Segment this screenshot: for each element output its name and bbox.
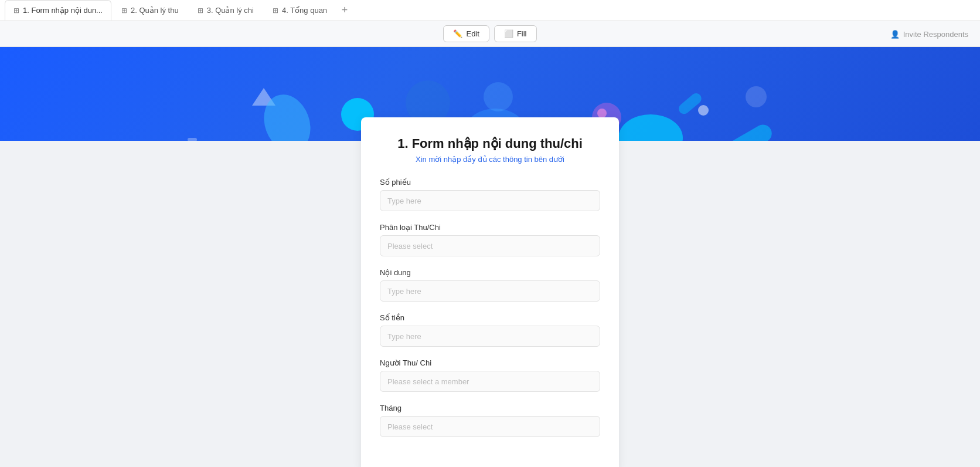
- input-so-tien[interactable]: [380, 326, 600, 347]
- toolbar: ✏️ Edit ⬜ Fill 👤 Invite Respondents: [0, 21, 980, 47]
- label-so-phieu: Số phiếu: [380, 178, 600, 187]
- field-so-tien: Số tiền: [380, 313, 600, 347]
- svg-point-8: [698, 105, 709, 116]
- svg-point-6: [618, 114, 683, 141]
- form-title: 1. Form nhập nội dung thu/chi: [380, 136, 600, 151]
- field-so-phieu: Số phiếu: [380, 178, 600, 211]
- tab-4-icon: ⊞: [273, 6, 278, 15]
- edit-button[interactable]: ✏️ Edit: [443, 25, 489, 42]
- tab-1[interactable]: ⊞ 1. Form nhập nội dun...: [5, 0, 111, 21]
- label-thang: Tháng: [380, 404, 600, 412]
- svg-point-26: [484, 82, 513, 111]
- page-content: 1. Form nhập nội dung thu/chi Xin mời nh…: [0, 141, 980, 467]
- field-thang: Tháng Please select: [380, 404, 600, 437]
- tab-1-icon: ⊞: [13, 6, 19, 15]
- field-nguoi-thu-chi: Người Thu/ Chi Please select a member: [380, 358, 600, 392]
- input-so-phieu[interactable]: [380, 190, 600, 211]
- fill-label: Fill: [517, 29, 527, 38]
- tab-2-label: 2. Quản lý thu: [131, 6, 179, 15]
- edit-label: Edit: [466, 29, 479, 38]
- label-so-tien: Số tiền: [380, 313, 600, 322]
- invite-label: Invite Respondents: [903, 29, 968, 38]
- label-noi-dung: Nội dung: [380, 268, 600, 277]
- tab-2[interactable]: ⊞ 2. Quản lý thu: [113, 0, 188, 21]
- form-card: 1. Form nhập nội dung thu/chi Xin mời nh…: [361, 117, 619, 467]
- svg-rect-7: [726, 121, 775, 141]
- tab-1-label: 1. Form nhập nội dun...: [23, 6, 103, 15]
- form-subtitle: Xin mời nhập đầy đủ các thông tin bên dư…: [380, 155, 600, 164]
- fill-icon: ⬜: [504, 29, 513, 38]
- label-phan-loai: Phân loại Thu/Chi: [380, 223, 600, 232]
- fill-button[interactable]: ⬜ Fill: [494, 25, 537, 42]
- tab-2-icon: ⊞: [121, 6, 127, 15]
- invite-icon: 👤: [890, 29, 900, 38]
- invite-area: 👤 Invite Respondents: [890, 29, 968, 38]
- select-thang[interactable]: Please select: [380, 416, 600, 437]
- tab-4-label: 4. Tổng quan: [282, 6, 327, 15]
- svg-point-5: [597, 109, 607, 118]
- tab-4[interactable]: ⊞ 4. Tổng quan: [264, 0, 336, 21]
- field-noi-dung: Nội dung: [380, 268, 600, 302]
- select-nguoi-thu-chi[interactable]: Please select a member: [380, 371, 600, 392]
- select-phan-loai[interactable]: Please select: [380, 235, 600, 256]
- label-nguoi-thu-chi: Người Thu/ Chi: [380, 358, 600, 367]
- svg-rect-24: [188, 138, 197, 141]
- add-tab-button[interactable]: +: [337, 3, 352, 18]
- tab-bar: ⊞ 1. Form nhập nội dun... ⊞ 2. Quản lý t…: [0, 0, 980, 21]
- tab-3-icon: ⊞: [198, 6, 203, 15]
- svg-point-27: [746, 86, 767, 107]
- input-noi-dung[interactable]: [380, 280, 600, 302]
- tab-3[interactable]: ⊞ 3. Quản lý chi: [189, 0, 263, 21]
- edit-icon: ✏️: [453, 29, 462, 38]
- tab-3-label: 3. Quản lý chi: [207, 6, 254, 15]
- field-phan-loai: Phân loại Thu/Chi Please select: [380, 223, 600, 256]
